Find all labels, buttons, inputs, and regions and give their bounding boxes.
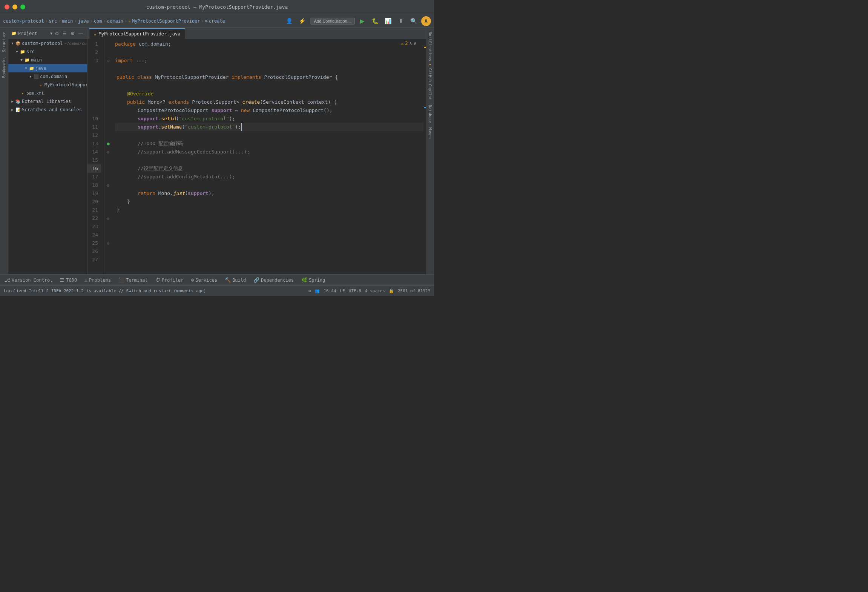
- sidebar-hide-btn[interactable]: —: [77, 31, 84, 37]
- breadcrumb-method[interactable]: create: [209, 18, 225, 24]
- status-lock-icon: 🔒: [389, 288, 394, 293]
- collapse-warnings-icon[interactable]: ∨: [414, 41, 416, 46]
- profiler-btn[interactable]: ⏱ Profiler: [154, 276, 185, 284]
- warning-stripe: [424, 47, 426, 48]
- run-button[interactable]: ▶: [357, 17, 368, 26]
- database-tab[interactable]: Database: [427, 103, 433, 125]
- search-button[interactable]: 🔍: [408, 17, 419, 26]
- build-btn[interactable]: 🔨 Build: [223, 276, 247, 284]
- sidebar-locate-btn[interactable]: ⊙: [54, 31, 60, 37]
- tree-item-class[interactable]: ▶ ☕ MyProtocolSupportProvider: [8, 81, 87, 89]
- warning-icon: ⚠: [401, 41, 403, 46]
- breadcrumb-com[interactable]: com: [94, 18, 102, 24]
- run-icon[interactable]: ⚡: [297, 17, 308, 26]
- problems-btn[interactable]: ⚠ Problems: [83, 276, 112, 284]
- status-time: 16:44: [324, 288, 336, 293]
- dependencies-icon: 🔗: [253, 277, 259, 283]
- build-label: Build: [232, 278, 246, 283]
- status-indent[interactable]: 4 spaces: [365, 288, 385, 293]
- current-line-stripe: [424, 107, 426, 108]
- bookmarks-tab[interactable]: Bookmarks: [1, 55, 7, 80]
- terminal-icon: ⬛: [118, 277, 124, 283]
- tree-item-pom[interactable]: ▶ ✦ pom.xml: [8, 89, 87, 97]
- code-line-21: //设置配置定义信息: [115, 164, 423, 173]
- status-encoding[interactable]: UTF-8: [349, 288, 361, 293]
- sidebar-toolbar: ⊙ ☰ ⚙ —: [54, 31, 84, 37]
- window-title: custom-protocol – MyProtocolSupportProvi…: [146, 4, 288, 10]
- tree-item-scratches[interactable]: ▶ 📝 Scratches and Consoles: [8, 106, 87, 114]
- spring-label: Spring: [309, 278, 325, 283]
- tree-item-com-domain[interactable]: ▼ ⬛ com.domain: [8, 72, 87, 81]
- left-strip: Structure Bookmarks: [0, 28, 8, 274]
- titlebar: custom-protocol – MyProtocolSupportProvi…: [0, 0, 434, 14]
- pom-label: pom.xml: [26, 91, 44, 96]
- tree-item-main[interactable]: ▼ 📁 main: [8, 56, 87, 64]
- breadcrumb-class[interactable]: MyProtocolSupportProvider: [132, 18, 200, 24]
- breadcrumb-src[interactable]: src: [49, 18, 57, 24]
- warning-badge[interactable]: ⚠ 2 ∧ ∨: [401, 41, 416, 46]
- tree-item-src[interactable]: ▼ 📁 src: [8, 48, 87, 56]
- version-control-btn[interactable]: ⎇ Version Control: [3, 276, 54, 284]
- debug-button[interactable]: 🐛: [370, 17, 380, 26]
- tree-item-root[interactable]: ▼ 📦 custom-protocol ~/demo/custom-protoc…: [8, 39, 87, 48]
- sidebar-header: 📁 Project ▼ ⊙ ☰ ⚙ —: [8, 28, 87, 39]
- tree-item-ext-libs[interactable]: ▶ 📚 External Libraries: [8, 97, 87, 106]
- status-message: Localized IntelliJ IDEA 2022.1.2 is avai…: [4, 288, 206, 293]
- code-line-26: }: [115, 206, 423, 214]
- right-panel-strip: Notifications GitHub Copilot Database Ma…: [426, 28, 434, 274]
- todo-label: TODO: [66, 278, 77, 283]
- code-line-12: @Override: [115, 90, 423, 98]
- editor-tab-main[interactable]: ☕ MyProtocolSupportProvider.java: [89, 28, 185, 39]
- tree-item-java[interactable]: ▼ 📁 java: [8, 64, 87, 72]
- breadcrumb-java[interactable]: java: [78, 18, 89, 24]
- github-copilot-tab[interactable]: GitHub Copilot: [427, 66, 433, 102]
- breadcrumb-main[interactable]: main: [62, 18, 73, 24]
- close-button[interactable]: [5, 5, 9, 9]
- status-share-icon[interactable]: 👥: [314, 288, 320, 293]
- nav-actions: 👤 ⚡ Add Configuration... ▶ 🐛 📊 ⬇ 🔍 A: [284, 16, 431, 26]
- expand-warnings-icon[interactable]: ∧: [409, 41, 412, 46]
- code-line-27: [115, 214, 423, 222]
- version-control-icon: ⎇: [5, 277, 10, 283]
- code-line-3: import ...;: [115, 57, 423, 65]
- more-run-button[interactable]: ⬇: [396, 17, 406, 26]
- status-settings-icon[interactable]: ⚙: [308, 288, 311, 293]
- code-line-10: public class MyProtocolSupportProvider i…: [115, 73, 423, 81]
- terminal-btn[interactable]: ⬛ Terminal: [117, 276, 149, 284]
- code-line-24: return Mono.just(support);: [115, 189, 423, 198]
- spring-icon: 🌿: [301, 277, 307, 283]
- maven-tab[interactable]: Maven: [427, 125, 433, 141]
- dependencies-btn[interactable]: 🔗 Dependencies: [252, 276, 295, 284]
- status-line-ending[interactable]: LF: [340, 288, 345, 293]
- minimap-stripe: [423, 39, 426, 274]
- coverage-button[interactable]: 📊: [383, 17, 393, 26]
- code-line-13: public Mono<? extends ProtocolSupport> c…: [115, 98, 423, 106]
- editor-tabs: ☕ MyProtocolSupportProvider.java: [87, 28, 426, 39]
- code-line-2: [115, 48, 423, 57]
- code-line-14: CompositeProtocolSupport support = new C…: [115, 106, 423, 115]
- breadcrumb-domain[interactable]: domain: [107, 18, 123, 24]
- minimize-button[interactable]: [12, 5, 17, 9]
- notifications-tab[interactable]: Notifications: [427, 29, 433, 63]
- todo-icon: ☰: [60, 277, 64, 283]
- maximize-button[interactable]: [20, 5, 25, 9]
- version-control-label: Version Control: [12, 278, 52, 283]
- code-content[interactable]: package com.domain; import ...; public c…: [112, 39, 423, 274]
- services-btn[interactable]: ⚙ Services: [190, 276, 219, 284]
- sidebar-filter-btn[interactable]: ⚙: [69, 31, 76, 37]
- problems-label: Problems: [89, 278, 111, 283]
- tab-filename: MyProtocolSupportProvider.java: [99, 31, 181, 37]
- dependencies-label: Dependencies: [261, 278, 294, 283]
- code-editor[interactable]: 1 2 3 4 5 6 7 8 9 10 11 12 13 14 15 16 1…: [87, 39, 426, 274]
- todo-btn[interactable]: ☰ TODO: [58, 276, 78, 284]
- code-line-20: [115, 156, 423, 164]
- structure-tab[interactable]: Structure: [1, 29, 7, 54]
- sidebar-collapse-btn[interactable]: ☰: [61, 31, 68, 37]
- add-configuration-button[interactable]: Add Configuration...: [310, 18, 355, 25]
- avatar[interactable]: A: [421, 16, 431, 26]
- code-line-23: [115, 181, 423, 189]
- breadcrumb-project[interactable]: custom-protocol: [3, 18, 44, 24]
- spring-btn[interactable]: 🌿 Spring: [300, 276, 327, 284]
- code-line-9: [115, 65, 423, 73]
- git-icon[interactable]: 👤: [284, 17, 295, 26]
